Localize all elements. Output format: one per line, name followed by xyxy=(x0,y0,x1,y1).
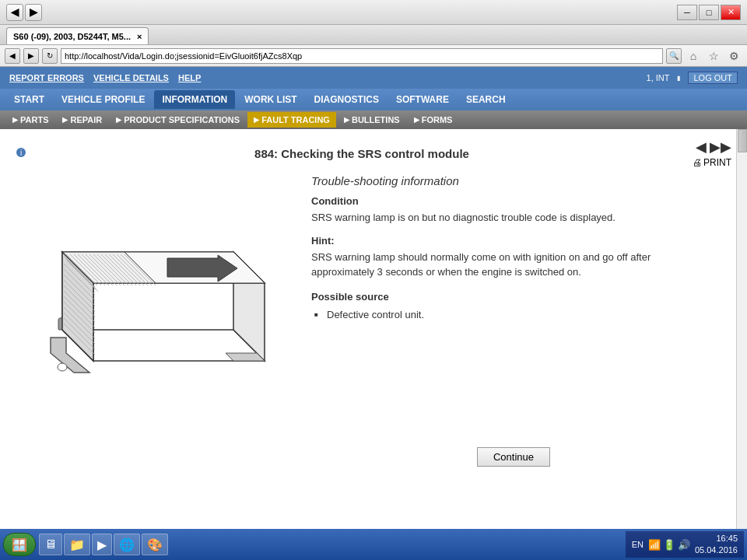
vehicle-details-link[interactable]: VEHICLE DETAILS xyxy=(93,73,169,82)
nav-item-work-list[interactable]: WORK LIST xyxy=(237,90,304,109)
browser-settings-btn[interactable]: ⚙ xyxy=(725,47,742,65)
tab-bar: S60 (-09), 2003, D5244T, M5... × xyxy=(0,25,747,45)
start-orb-icon: 🪟 xyxy=(12,537,27,552)
subnav-item-bulletins[interactable]: ▶ BULLETINS xyxy=(338,112,406,128)
start-button[interactable]: 🪟 xyxy=(3,533,36,556)
browser-star-btn[interactable]: ☆ xyxy=(705,47,722,65)
app-header-right: 1, INT ▮ LOG OUT xyxy=(647,72,738,84)
page-nav-arrows: ◀ ▶▶ xyxy=(696,138,731,156)
possible-source-label: Possible source xyxy=(311,291,716,303)
minimize-button[interactable]: ─ xyxy=(677,5,697,20)
subnav-item-fault-tracing[interactable]: ▶ FAULT TRACING xyxy=(247,112,336,128)
time-display: 16:45 xyxy=(695,533,738,544)
next-page-button[interactable]: ▶▶ xyxy=(710,138,731,156)
taskbar-system-icons: 📶 🔋 🔊 xyxy=(648,539,690,551)
language-indicator: EN xyxy=(632,540,644,549)
scrollbar-track[interactable] xyxy=(736,129,747,529)
address-bar: ◀ ▶ ↻ 🔍 ⌂ ☆ ⚙ xyxy=(0,45,747,67)
app-header-links: REPORT ERRORS VEHICLE DETAILS HELP xyxy=(9,73,201,82)
prev-page-button[interactable]: ◀ xyxy=(696,138,707,156)
address-forward-btn[interactable]: ▶ xyxy=(23,48,39,64)
taskbar-item-5[interactable]: 🎨 xyxy=(142,534,168,555)
taskbar-items: 🖥 📁 ▶ 🌐 🎨 xyxy=(39,534,622,555)
app-header: REPORT ERRORS VEHICLE DETAILS HELP 1, IN… xyxy=(0,67,747,89)
taskbar-icon-3: ▶ xyxy=(97,537,107,552)
nav-item-information[interactable]: INFORMATION xyxy=(154,90,235,109)
maximize-button[interactable]: □ xyxy=(699,5,719,20)
nav-item-vehicle-profile[interactable]: VEHICLE PROFILE xyxy=(54,90,153,109)
user-info: 1, INT xyxy=(647,73,670,82)
taskbar-item-4[interactable]: 🌐 xyxy=(114,534,140,555)
nav-item-start[interactable]: START xyxy=(6,90,52,109)
subnav-item-parts[interactable]: ▶ PARTS xyxy=(6,112,54,128)
srs-module-drawing xyxy=(16,174,296,392)
tab-label: S60 (-09), 2003, D5244T, M5... xyxy=(13,32,131,41)
date-display: 05.04.2016 xyxy=(695,544,738,556)
clock: 16:45 05.04.2016 xyxy=(695,533,738,557)
address-input[interactable] xyxy=(61,48,663,64)
address-refresh-btn[interactable]: ↻ xyxy=(42,48,58,64)
taskbar: 🪟 🖥 📁 ▶ 🌐 🎨 EN 📶 🔋 🔊 16:45 05.04.2016 xyxy=(0,529,747,560)
taskbar-icon-2: 📁 xyxy=(69,537,85,552)
report-errors-link[interactable]: REPORT ERRORS xyxy=(9,73,84,82)
print-label: PRINT xyxy=(703,157,731,168)
nav-item-diagnostics[interactable]: DIAGNOSTICS xyxy=(307,90,387,109)
taskbar-icon-4: 🌐 xyxy=(119,537,135,552)
close-tab-icon[interactable]: × xyxy=(137,32,142,41)
hint-label: Hint: xyxy=(311,235,716,247)
subnav-item-repair[interactable]: ▶ REPAIR xyxy=(56,112,108,128)
taskbar-right: EN 📶 🔋 🔊 16:45 05.04.2016 xyxy=(626,531,744,558)
nav-item-search[interactable]: SEARCH xyxy=(458,90,514,109)
taskbar-item-3[interactable]: ▶ xyxy=(92,534,112,555)
browser-home-btn[interactable]: ⌂ xyxy=(685,47,702,65)
browser-forward-button[interactable]: ▶ xyxy=(25,4,42,21)
sub-nav: ▶ PARTS ▶ REPAIR ▶ PRODUCT SPECIFICATION… xyxy=(0,110,747,129)
taskbar-icon-1: 🖥 xyxy=(44,537,57,551)
main-nav: START VEHICLE PROFILE INFORMATION WORK L… xyxy=(0,89,747,110)
info-section: Trouble-shooting information Condition S… xyxy=(311,174,731,467)
condition-text: SRS warning lamp is on but no diagnostic… xyxy=(311,210,716,226)
content-wrapper: i 884: Checking the SRS control module ◀… xyxy=(0,129,747,529)
page-title-row: i 884: Checking the SRS control module ◀… xyxy=(16,138,731,168)
bullet-item-1: ■ Defective control unit. xyxy=(327,307,716,324)
continue-button[interactable]: Continue xyxy=(477,447,550,467)
svg-text:i: i xyxy=(20,149,22,157)
battery-icon: 🔋 xyxy=(663,539,675,551)
taskbar-item-1[interactable]: 🖥 xyxy=(39,534,62,555)
svg-point-43 xyxy=(58,363,67,371)
subnav-item-forms[interactable]: ▶ FORMS xyxy=(408,112,459,128)
help-link[interactable]: HELP xyxy=(178,73,201,82)
scrollbar-thumb[interactable] xyxy=(738,129,747,152)
search-addr-btn[interactable]: 🔍 xyxy=(666,48,682,64)
volume-icon: 🔊 xyxy=(678,539,690,551)
close-button[interactable]: ✕ xyxy=(721,5,741,20)
continue-area: Continue xyxy=(311,447,716,467)
bullet-list: ■ Defective control unit. xyxy=(327,307,716,324)
network-icon: 📶 xyxy=(648,539,661,551)
page-nav-controls: ◀ ▶▶ 🖨 PRINT xyxy=(693,138,731,168)
subnav-item-product-specifications[interactable]: ▶ PRODUCT SPECIFICATIONS xyxy=(110,112,246,128)
nav-item-software[interactable]: SOFTWARE xyxy=(388,90,457,109)
small-nav-icon: i xyxy=(16,147,31,160)
address-back-btn[interactable]: ◀ xyxy=(5,48,20,64)
taskbar-item-2[interactable]: 📁 xyxy=(64,534,90,555)
hint-text: SRS warning lamp should normally come on… xyxy=(311,250,716,280)
print-icon: 🖨 xyxy=(693,157,702,168)
browser-back-button[interactable]: ◀ xyxy=(6,4,23,21)
browser-tab-1[interactable]: S60 (-09), 2003, D5244T, M5... × xyxy=(6,27,149,44)
browser-window-controls: ─ □ ✕ xyxy=(677,5,741,20)
page-title: 884: Checking the SRS control module xyxy=(39,147,685,160)
main-content: Trouble-shooting information Condition S… xyxy=(16,174,731,467)
logout-button[interactable]: LOG OUT xyxy=(688,72,738,84)
print-button[interactable]: 🖨 PRINT xyxy=(693,157,731,168)
separator-icon: ▮ xyxy=(677,75,680,82)
taskbar-icon-5: 🎨 xyxy=(147,537,163,552)
image-section xyxy=(16,174,303,467)
section-title: Trouble-shooting information xyxy=(311,174,716,187)
condition-label: Condition xyxy=(311,195,716,207)
